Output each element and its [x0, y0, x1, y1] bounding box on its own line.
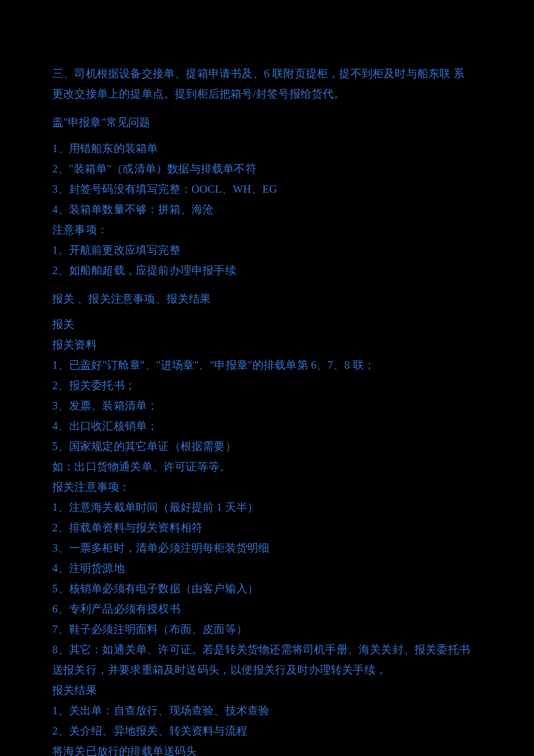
- materials-4: 4、出口收汇核销单；: [52, 416, 482, 437]
- stamp-issue-1: 1、用错船东的装箱单: [52, 139, 482, 159]
- customs-note-8a: 8、其它：如通关单、许可证。若是转关货物还需将司机手册、海关关封、报关委托书: [52, 640, 482, 660]
- customs-note-6: 6、专利产品必须有授权书: [52, 599, 482, 620]
- result-1: 1、关出单：自查放行、现场查验、技术查验: [52, 701, 482, 721]
- result-2: 2、关介绍、异地报关、转关资料与流程: [52, 721, 482, 741]
- customs-note-7: 7、鞋子必须注明面料（布面、皮面等）: [52, 620, 482, 640]
- materials-example: 如：出口货物通关单、许可证等等。: [52, 457, 482, 477]
- customs-note-8b: 送报关行，并要求重箱及时送码头，以便报关行及时办理转关手续，: [52, 660, 482, 681]
- heading-notes: 注意事项：: [52, 220, 482, 240]
- stamp-issue-2: 2、"装箱单"（或清单）数据与排载单不符: [52, 159, 482, 179]
- stamp-issue-4: 4、装箱单数量不够：拼箱、海沧: [52, 200, 482, 220]
- document-page: 三、司机根据设备交接单、提箱申请书及、6 联附页提柜，提不到柜及时与船东联 系 …: [0, 0, 534, 756]
- paragraph-driver-2: 更改交接单上的提单点。提到柜后把箱号/封签号报给货代。: [52, 84, 482, 105]
- customs-note-5: 5、核销单必须有电子数据（由客户输入）: [52, 579, 482, 599]
- paragraph-driver-1: 三、司机根据设备交接单、提箱申请书及、6 联附页提柜，提不到柜及时与船东联 系: [52, 64, 482, 84]
- heading-customs-group: 报关 、报关注意事项、报关结果: [52, 289, 482, 309]
- heading-customs-result: 报关结果: [52, 681, 482, 701]
- materials-1: 1、已盖好"订舱章"、"进场章"、"申报章"的排载单第 6、7、8 联；: [52, 355, 482, 376]
- customs-note-3: 3、一票多柜时，清单必须注明每柜装货明细: [52, 538, 482, 559]
- heading-customs: 报关: [52, 315, 482, 335]
- materials-3: 3、发票、装箱清单；: [52, 396, 482, 416]
- materials-5: 5、国家规定的其它单证（根据需要）: [52, 437, 482, 457]
- customs-note-2: 2、排载单资料与报关资料相符: [52, 518, 482, 538]
- heading-customs-notes: 报关注意事项：: [52, 477, 482, 498]
- closing-line: 将海关已放行的排载单送码头: [52, 741, 482, 757]
- materials-2: 2、报关委托书；: [52, 376, 482, 396]
- customs-note-1: 1、注意海关截单时间（最好提前 1 天半）: [52, 498, 482, 518]
- stamp-issue-3: 3、封签号码没有填写完整：OOCL、WH、EG: [52, 179, 482, 200]
- note-2: 2、如船舶超载，应提前办理申报手续: [52, 261, 482, 281]
- note-1: 1、开航前更改应填写完整: [52, 240, 482, 261]
- customs-note-4: 4、注明货源地: [52, 559, 482, 579]
- heading-customs-materials: 报关资料: [52, 335, 482, 355]
- heading-stamp-issues: 盖"申报章"常见问题: [52, 113, 482, 133]
